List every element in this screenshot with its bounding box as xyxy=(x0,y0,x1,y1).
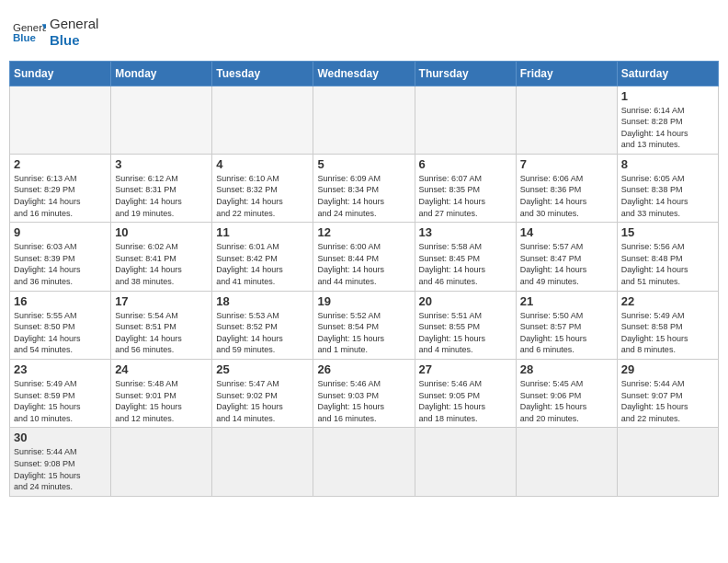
day-cell: 30Sunrise: 5:44 AM Sunset: 9:08 PM Dayli… xyxy=(10,428,111,496)
day-info: Sunrise: 5:45 AM Sunset: 9:06 PM Dayligh… xyxy=(520,378,613,424)
day-number: 2 xyxy=(14,157,107,171)
day-cell: 10Sunrise: 6:02 AM Sunset: 8:41 PM Dayli… xyxy=(111,223,212,291)
day-info: Sunrise: 6:06 AM Sunset: 8:36 PM Dayligh… xyxy=(520,173,613,219)
day-number: 24 xyxy=(115,362,208,376)
day-info: Sunrise: 5:46 AM Sunset: 9:05 PM Dayligh… xyxy=(419,378,512,424)
weekday-header-wednesday: Wednesday xyxy=(313,61,415,86)
day-cell: 8Sunrise: 6:05 AM Sunset: 8:38 PM Daylig… xyxy=(617,154,718,222)
day-info: Sunrise: 5:49 AM Sunset: 8:58 PM Dayligh… xyxy=(621,310,714,356)
day-info: Sunrise: 5:54 AM Sunset: 8:51 PM Dayligh… xyxy=(115,310,208,356)
day-number: 9 xyxy=(14,225,107,239)
logo: General Blue General Blue xyxy=(13,17,98,48)
svg-text:General: General xyxy=(13,21,46,32)
day-info: Sunrise: 5:53 AM Sunset: 8:52 PM Dayligh… xyxy=(216,310,309,356)
day-info: Sunrise: 5:44 AM Sunset: 9:08 PM Dayligh… xyxy=(14,446,107,492)
day-info: Sunrise: 5:55 AM Sunset: 8:50 PM Dayligh… xyxy=(14,310,107,356)
day-cell xyxy=(617,428,718,496)
week-row-6: 30Sunrise: 5:44 AM Sunset: 9:08 PM Dayli… xyxy=(10,428,719,496)
day-cell xyxy=(313,428,415,496)
day-cell: 28Sunrise: 5:45 AM Sunset: 9:06 PM Dayli… xyxy=(516,360,617,428)
day-info: Sunrise: 6:13 AM Sunset: 8:29 PM Dayligh… xyxy=(14,173,107,219)
day-info: Sunrise: 6:01 AM Sunset: 8:42 PM Dayligh… xyxy=(216,241,309,287)
day-number: 13 xyxy=(419,225,512,239)
day-info: Sunrise: 5:57 AM Sunset: 8:47 PM Dayligh… xyxy=(520,241,613,287)
day-cell: 12Sunrise: 6:00 AM Sunset: 8:44 PM Dayli… xyxy=(313,223,415,291)
weekday-header-friday: Friday xyxy=(516,61,617,86)
week-row-2: 2Sunrise: 6:13 AM Sunset: 8:29 PM Daylig… xyxy=(10,154,719,222)
day-cell: 5Sunrise: 6:09 AM Sunset: 8:34 PM Daylig… xyxy=(313,154,415,222)
day-info: Sunrise: 6:07 AM Sunset: 8:35 PM Dayligh… xyxy=(419,173,512,219)
day-cell: 19Sunrise: 5:52 AM Sunset: 8:54 PM Dayli… xyxy=(313,291,415,359)
day-cell xyxy=(415,86,516,154)
day-number: 7 xyxy=(520,157,613,171)
day-info: Sunrise: 5:50 AM Sunset: 8:57 PM Dayligh… xyxy=(520,310,613,356)
day-cell: 26Sunrise: 5:46 AM Sunset: 9:03 PM Dayli… xyxy=(313,360,415,428)
week-row-3: 9Sunrise: 6:03 AM Sunset: 8:39 PM Daylig… xyxy=(10,223,719,291)
day-info: Sunrise: 5:56 AM Sunset: 8:48 PM Dayligh… xyxy=(621,241,714,287)
logo-blue: Blue xyxy=(50,32,98,48)
day-number: 20 xyxy=(419,294,512,308)
day-info: Sunrise: 5:47 AM Sunset: 9:02 PM Dayligh… xyxy=(216,378,309,424)
day-cell xyxy=(212,428,313,496)
day-number: 21 xyxy=(520,294,613,308)
day-info: Sunrise: 5:49 AM Sunset: 8:59 PM Dayligh… xyxy=(14,378,107,424)
day-number: 16 xyxy=(14,294,107,308)
day-cell xyxy=(313,86,415,154)
day-cell: 6Sunrise: 6:07 AM Sunset: 8:35 PM Daylig… xyxy=(415,154,516,222)
page-header: General Blue General Blue xyxy=(9,9,719,55)
day-info: Sunrise: 6:12 AM Sunset: 8:31 PM Dayligh… xyxy=(115,173,208,219)
weekday-header-saturday: Saturday xyxy=(617,61,718,86)
day-cell: 27Sunrise: 5:46 AM Sunset: 9:05 PM Dayli… xyxy=(415,360,516,428)
day-number: 10 xyxy=(115,225,208,239)
day-cell: 14Sunrise: 5:57 AM Sunset: 8:47 PM Dayli… xyxy=(516,223,617,291)
day-cell: 13Sunrise: 5:58 AM Sunset: 8:45 PM Dayli… xyxy=(415,223,516,291)
day-number: 28 xyxy=(520,362,613,376)
day-number: 22 xyxy=(621,294,714,308)
day-number: 3 xyxy=(115,157,208,171)
week-row-1: 1Sunrise: 6:14 AM Sunset: 8:28 PM Daylig… xyxy=(10,86,719,154)
day-cell: 1Sunrise: 6:14 AM Sunset: 8:28 PM Daylig… xyxy=(617,86,718,154)
week-row-4: 16Sunrise: 5:55 AM Sunset: 8:50 PM Dayli… xyxy=(10,291,719,359)
day-number: 4 xyxy=(216,157,309,171)
day-number: 29 xyxy=(621,362,714,376)
day-info: Sunrise: 6:03 AM Sunset: 8:39 PM Dayligh… xyxy=(14,241,107,287)
day-cell xyxy=(111,428,212,496)
day-cell: 2Sunrise: 6:13 AM Sunset: 8:29 PM Daylig… xyxy=(10,154,111,222)
weekday-header-sunday: Sunday xyxy=(10,61,111,86)
svg-text:Blue: Blue xyxy=(13,32,37,43)
day-number: 18 xyxy=(216,294,309,308)
day-info: Sunrise: 5:58 AM Sunset: 8:45 PM Dayligh… xyxy=(419,241,512,287)
day-number: 1 xyxy=(621,89,714,103)
day-cell: 15Sunrise: 5:56 AM Sunset: 8:48 PM Dayli… xyxy=(617,223,718,291)
day-number: 5 xyxy=(317,157,410,171)
day-info: Sunrise: 6:10 AM Sunset: 8:32 PM Dayligh… xyxy=(216,173,309,219)
day-cell: 22Sunrise: 5:49 AM Sunset: 8:58 PM Dayli… xyxy=(617,291,718,359)
day-number: 27 xyxy=(419,362,512,376)
calendar-table: SundayMondayTuesdayWednesdayThursdayFrid… xyxy=(9,61,719,497)
week-row-5: 23Sunrise: 5:49 AM Sunset: 8:59 PM Dayli… xyxy=(10,360,719,428)
weekday-header-row: SundayMondayTuesdayWednesdayThursdayFrid… xyxy=(10,61,719,86)
day-info: Sunrise: 6:02 AM Sunset: 8:41 PM Dayligh… xyxy=(115,241,208,287)
weekday-header-monday: Monday xyxy=(111,61,212,86)
day-info: Sunrise: 5:51 AM Sunset: 8:55 PM Dayligh… xyxy=(419,310,512,356)
day-cell xyxy=(10,86,111,154)
weekday-header-thursday: Thursday xyxy=(415,61,516,86)
day-info: Sunrise: 6:00 AM Sunset: 8:44 PM Dayligh… xyxy=(317,241,410,287)
day-number: 19 xyxy=(317,294,410,308)
day-info: Sunrise: 6:05 AM Sunset: 8:38 PM Dayligh… xyxy=(621,173,714,219)
day-cell: 23Sunrise: 5:49 AM Sunset: 8:59 PM Dayli… xyxy=(10,360,111,428)
logo-general: General xyxy=(50,16,98,31)
day-cell: 29Sunrise: 5:44 AM Sunset: 9:07 PM Dayli… xyxy=(617,360,718,428)
day-info: Sunrise: 5:52 AM Sunset: 8:54 PM Dayligh… xyxy=(317,310,410,356)
day-cell: 24Sunrise: 5:48 AM Sunset: 9:01 PM Dayli… xyxy=(111,360,212,428)
day-number: 17 xyxy=(115,294,208,308)
day-cell: 17Sunrise: 5:54 AM Sunset: 8:51 PM Dayli… xyxy=(111,291,212,359)
day-cell xyxy=(415,428,516,496)
day-number: 8 xyxy=(621,157,714,171)
day-cell xyxy=(516,86,617,154)
day-info: Sunrise: 5:46 AM Sunset: 9:03 PM Dayligh… xyxy=(317,378,410,424)
day-cell: 25Sunrise: 5:47 AM Sunset: 9:02 PM Dayli… xyxy=(212,360,313,428)
day-number: 30 xyxy=(14,431,107,444)
day-cell: 9Sunrise: 6:03 AM Sunset: 8:39 PM Daylig… xyxy=(10,223,111,291)
day-cell: 7Sunrise: 6:06 AM Sunset: 8:36 PM Daylig… xyxy=(516,154,617,222)
